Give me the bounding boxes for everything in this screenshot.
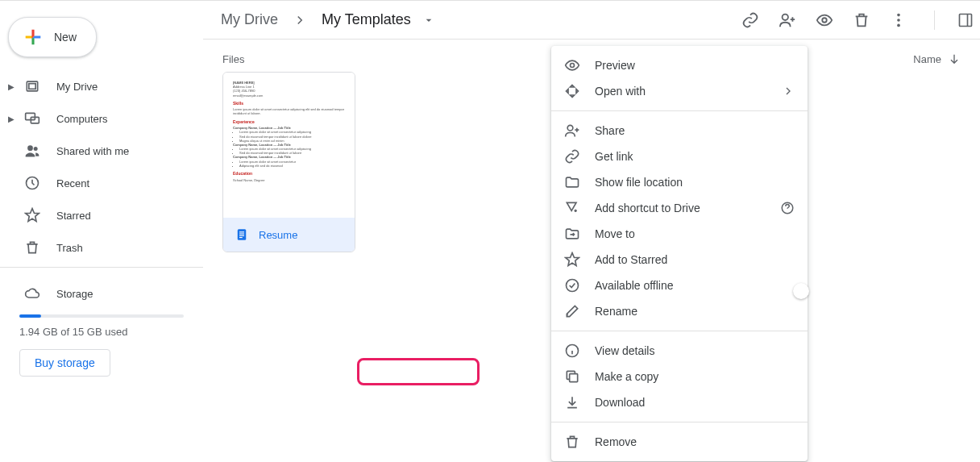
sidebar-item-label: Trash xyxy=(56,242,83,254)
star-icon xyxy=(23,206,42,225)
trash-icon xyxy=(23,238,42,257)
copy-icon xyxy=(564,368,580,385)
more-icon[interactable] xyxy=(889,10,908,30)
menu-rename[interactable]: Rename xyxy=(551,298,808,324)
chevron-right-icon xyxy=(286,13,314,27)
sort-button[interactable]: Name xyxy=(913,52,961,65)
menu-download[interactable]: Download xyxy=(551,389,808,415)
context-menu: Preview Open with Share Get link Show fi… xyxy=(551,46,808,461)
svg-point-5 xyxy=(34,147,38,151)
breadcrumb-current[interactable]: My Templates xyxy=(317,8,416,31)
svg-point-8 xyxy=(822,18,827,23)
caret-down-icon[interactable] xyxy=(422,14,435,27)
svg-rect-15 xyxy=(239,231,244,232)
folder-icon xyxy=(564,174,580,190)
files-section-label: Files xyxy=(222,53,244,65)
move-icon xyxy=(564,226,580,242)
link-icon xyxy=(564,148,580,164)
info-icon xyxy=(564,343,580,359)
shortcut-icon xyxy=(564,200,580,216)
storage-usage-text: 1.94 GB of 15 GB used xyxy=(19,326,203,338)
people-icon xyxy=(23,141,42,160)
svg-point-4 xyxy=(27,145,33,151)
person-add-icon xyxy=(564,123,580,139)
plus-icon xyxy=(22,26,44,48)
new-button[interactable]: New xyxy=(8,17,97,57)
sidebar-item-trash[interactable]: Trash xyxy=(0,231,190,264)
arrow-down-icon xyxy=(948,52,961,65)
menu-view-details[interactable]: View details xyxy=(551,338,808,364)
svg-rect-24 xyxy=(570,374,578,382)
drive-icon xyxy=(23,77,42,96)
get-link-icon[interactable] xyxy=(741,10,760,30)
clock-icon xyxy=(23,173,42,193)
svg-rect-1 xyxy=(29,84,35,89)
sidebar-item-label: Starred xyxy=(56,210,91,222)
new-button-label: New xyxy=(54,31,77,44)
svg-rect-12 xyxy=(960,14,972,26)
sidebar-item-label: My Drive xyxy=(56,81,98,93)
menu-add-starred[interactable]: Add to Starred xyxy=(551,247,808,273)
svg-rect-16 xyxy=(239,234,244,235)
sidebar-item-shared[interactable]: Shared with me xyxy=(0,135,190,167)
svg-point-20 xyxy=(567,125,573,131)
svg-point-19 xyxy=(571,64,575,68)
svg-rect-18 xyxy=(239,237,243,238)
preview-icon[interactable] xyxy=(815,10,834,30)
sort-label: Name xyxy=(913,53,941,65)
menu-remove[interactable]: Remove xyxy=(551,429,808,455)
trash-icon xyxy=(564,434,580,450)
breadcrumb-root[interactable]: My Drive xyxy=(216,8,283,31)
buy-storage-button[interactable]: Buy storage xyxy=(19,349,110,377)
menu-move-to[interactable]: Move to xyxy=(551,221,808,247)
svg-rect-14 xyxy=(238,229,247,240)
docs-icon xyxy=(235,227,249,242)
star-icon xyxy=(564,252,580,268)
chevron-right-icon xyxy=(782,85,795,98)
file-name: Resume xyxy=(259,229,297,241)
sidebar-item-label: Shared with me xyxy=(56,145,129,157)
svg-point-22 xyxy=(567,280,579,292)
help-icon[interactable] xyxy=(780,201,795,215)
file-card[interactable]: [NAME HERE] Address Line 1(123) 456-7890… xyxy=(222,72,355,252)
menu-make-copy[interactable]: Make a copy xyxy=(551,364,808,389)
sidebar-item-recent[interactable]: Recent xyxy=(0,167,190,199)
pencil-icon xyxy=(564,303,580,319)
cloud-icon xyxy=(23,284,42,303)
sidebar-item-label: Storage xyxy=(56,288,93,300)
sidebar-item-computers[interactable]: ▶ Computers xyxy=(0,102,190,135)
details-icon[interactable] xyxy=(956,10,975,30)
delete-icon[interactable] xyxy=(852,10,871,30)
menu-get-link[interactable]: Get link xyxy=(551,144,808,169)
menu-share[interactable]: Share xyxy=(551,118,808,144)
download-icon xyxy=(564,394,580,410)
sidebar-item-storage[interactable]: Storage xyxy=(0,277,190,310)
share-icon[interactable] xyxy=(778,10,797,30)
menu-preview[interactable]: Preview xyxy=(551,52,808,78)
menu-add-shortcut[interactable]: Add shortcut to Drive xyxy=(551,195,808,221)
offline-icon xyxy=(564,277,580,293)
menu-open-with[interactable]: Open with xyxy=(551,78,808,104)
chevron-right-icon: ▶ xyxy=(3,114,19,123)
sidebar-item-starred[interactable]: Starred xyxy=(0,199,190,231)
eye-icon xyxy=(564,57,580,73)
chevron-right-icon: ▶ xyxy=(3,82,19,91)
menu-show-location[interactable]: Show file location xyxy=(551,169,808,195)
svg-point-9 xyxy=(897,13,900,16)
svg-point-11 xyxy=(897,23,900,27)
sidebar-item-label: Recent xyxy=(56,177,89,189)
sidebar-item-label: Computers xyxy=(56,113,108,125)
storage-bar xyxy=(19,314,184,318)
svg-point-10 xyxy=(897,19,900,22)
breadcrumb: My Drive My Templates xyxy=(216,8,741,31)
svg-rect-17 xyxy=(239,235,244,236)
menu-offline[interactable]: Available offline xyxy=(551,273,808,298)
file-thumbnail: [NAME HERE] Address Line 1(123) 456-7890… xyxy=(223,73,355,218)
open-with-icon xyxy=(564,83,580,99)
svg-point-7 xyxy=(783,14,788,19)
computers-icon xyxy=(23,109,42,128)
sidebar-item-my-drive[interactable]: ▶ My Drive xyxy=(0,70,190,102)
